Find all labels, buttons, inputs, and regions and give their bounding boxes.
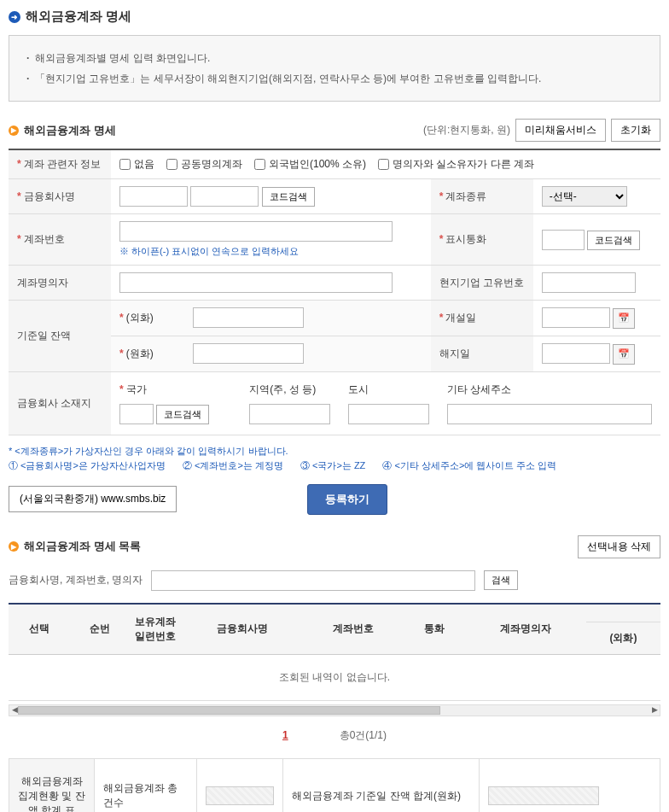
col-account-no: 계좌번호 [303,604,404,655]
company-name-input[interactable] [190,186,259,207]
search-input[interactable] [151,570,475,591]
info-box: 해외금융계좌별 명세 입력 화면입니다. 「현지기업 고유번호」는 세무서장이 … [9,35,660,102]
holder-input[interactable] [119,272,393,293]
page-info: 총0건(1/1) [340,728,387,743]
bullet-icon: ▶ [9,541,19,552]
prefill-button[interactable]: 미리채움서비스 [515,119,606,142]
col-select: 선택 [9,604,69,655]
open-date-calendar-icon[interactable]: 📅 [613,308,635,329]
country-input[interactable] [119,404,154,424]
section-list-title: ▶ 해외금융계좌 명세 목록 [9,539,141,554]
info-line-1: 해외금융계좌별 명세 입력 화면입니다. [25,48,644,68]
balance-fc-input[interactable] [193,307,304,328]
close-date-calendar-icon[interactable]: 📅 [613,344,635,365]
local-no-input[interactable] [542,272,636,293]
chk-foreign[interactable]: 외국법인(100% 소유) [254,157,366,172]
currency-input[interactable] [542,230,585,250]
search-label: 금융회사명, 계좌번호, 명의자 [9,573,143,587]
total-count-readonly [206,786,274,805]
region-input[interactable] [249,404,330,424]
scrollbar-thumb[interactable] [18,706,440,715]
reset-button[interactable]: 초기화 [611,119,660,142]
currency-code-search-button[interactable]: 코드검색 [587,231,640,250]
balance-krw-input[interactable] [193,343,304,364]
company-code-input[interactable] [119,186,188,207]
chk-none[interactable]: 없음 [119,157,154,172]
unit-text: (단위:현지통화, 원) [423,123,510,137]
summary-table: 해외금융계좌 집계현황 및 잔액 합계 표 해외금융계좌 총 건수 해외금융계좌… [9,758,660,812]
chk-diff[interactable]: 명의자와 실소유자가 다른 계좌 [378,157,534,172]
search-button[interactable]: 검색 [484,570,518,590]
account-no-hint: ※ 하이픈(-) 표시없이 연속으로 입력하세요 [119,245,422,258]
section-detail-title: ▶ 해외금융계좌 명세 [9,123,116,138]
account-no-input[interactable] [119,221,393,242]
table-empty-row: 조회된 내역이 없습니다. [9,654,660,700]
col-fc: (외화) [586,622,660,654]
col-hold-seq: 보유계좌일련번호 [130,604,181,655]
page-number[interactable]: 1 [282,729,288,741]
open-date-input[interactable] [542,307,610,328]
summary-title: 해외금융계좌 집계현황 및 잔액 합계 표 [9,758,95,812]
page-title-text: 해외금융계좌 명세 [26,9,131,25]
empty-message: 조회된 내역이 없습니다. [9,654,660,700]
detail-form-table: *계좌 관련자 정보 없음 공동명의계좌 외국법인(100% 소유) 명의자와 … [9,149,660,435]
account-type-select[interactable]: -선택- [542,186,627,207]
total-balance-readonly [488,786,599,805]
info-line-2: 「현지기업 고유번호」는 세무서장이 해외현지기업(해외지점, 연락사무소 등)… [25,68,644,89]
list-table: 선택 순번 보유계좌일련번호 금융회사명 계좌번호 통화 계좌명의자 (외화) … [9,603,660,701]
delete-selected-button[interactable]: 선택내용 삭제 [578,535,660,558]
chk-joint[interactable]: 공동명의계좌 [166,157,242,172]
page-title: ➜ 해외금융계좌 명세 [9,9,660,25]
col-company: 금융회사명 [181,604,302,655]
col-holder: 계좌명의자 [465,604,586,655]
scroll-right-icon[interactable]: ▶ [649,705,660,716]
close-date-input[interactable] [542,343,610,364]
notes: * <계좌종류>가 가상자산인 경우 아래와 같이 입력하시기 바랍니다. ① … [9,444,660,474]
bullet-icon: ▶ [9,126,19,136]
register-button[interactable]: 등록하기 [307,484,387,515]
col-currency: 통화 [404,604,464,655]
col-seq: 순번 [69,604,130,655]
horizontal-scrollbar[interactable]: ◀ ▶ [9,704,660,716]
city-input[interactable] [348,404,429,424]
smbs-link-button[interactable]: (서울외국환중개) www.smbs.biz [9,486,177,512]
arrow-right-icon: ➜ [9,11,20,23]
company-code-search-button[interactable]: 코드검색 [262,187,315,207]
addr-etc-input[interactable] [447,404,652,424]
country-code-search-button[interactable]: 코드검색 [156,405,209,424]
